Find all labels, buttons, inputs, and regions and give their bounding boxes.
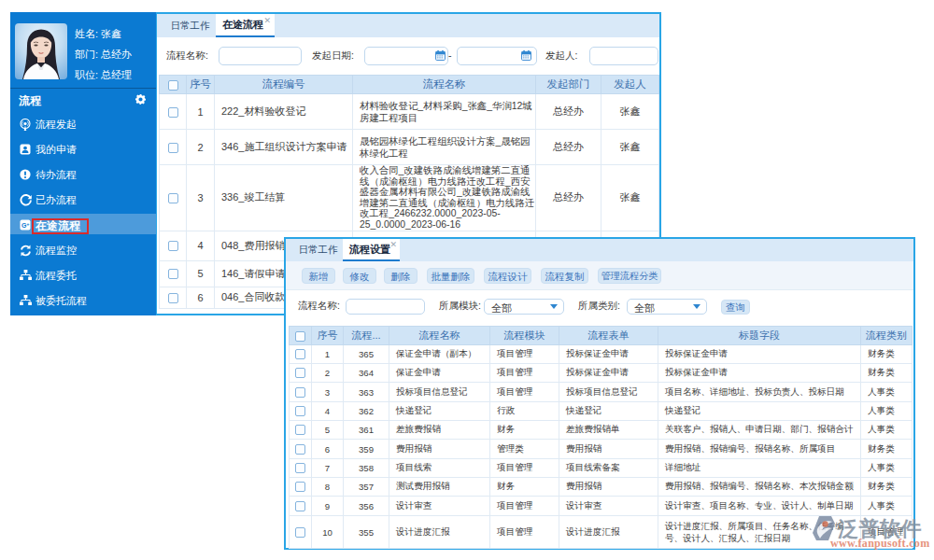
svg-text:+: + xyxy=(26,221,29,227)
